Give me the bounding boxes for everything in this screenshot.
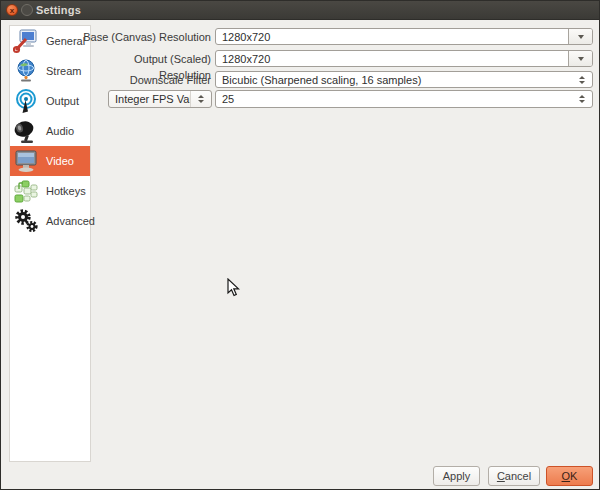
spinner-arrows-icon[interactable] (572, 95, 592, 103)
monitor-icon (13, 148, 39, 174)
combobox-arrows-icon (190, 91, 211, 107)
apply-button[interactable]: Apply (433, 466, 480, 486)
sidebar-item-hotkeys[interactable]: Hotkeys (10, 176, 90, 206)
sidebar-item-advanced[interactable]: Advanced (10, 206, 90, 236)
globe-icon (13, 58, 39, 84)
combobox-arrows-icon (572, 76, 592, 84)
computer-wrench-icon (13, 28, 39, 54)
sidebar-item-label: Hotkeys (46, 185, 86, 197)
fps-value: 25 (216, 93, 572, 105)
chevron-down-icon (578, 57, 584, 61)
chevron-down-icon (578, 35, 584, 39)
mouse-cursor (227, 278, 240, 297)
cancel-button[interactable]: Cancel (488, 466, 540, 486)
fps-type-combobox[interactable]: Integer FPS Value (108, 90, 212, 108)
output-resolution-value: 1280x720 (216, 53, 568, 65)
downscale-filter-combobox[interactable]: Bicubic (Sharpened scaling, 16 samples) (215, 71, 593, 88)
broadcast-icon (13, 88, 39, 114)
window-minimize-button[interactable] (21, 4, 33, 16)
sidebar-item-label: Video (46, 155, 74, 167)
output-resolution-dropdown-button[interactable] (568, 51, 592, 66)
sidebar-item-stream[interactable]: Stream (10, 56, 90, 86)
downscale-filter-value: Bicubic (Sharpened scaling, 16 samples) (216, 74, 572, 86)
sidebar-item-output[interactable]: Output (10, 86, 90, 116)
sidebar-item-video[interactable]: Video (10, 146, 90, 176)
speaker-horn-icon (13, 118, 39, 144)
base-resolution-dropdown-button[interactable] (568, 29, 592, 44)
gears-icon (13, 208, 39, 234)
base-resolution-combobox[interactable]: 1280x720 (215, 28, 593, 45)
settings-window: x Settings General (0, 0, 600, 490)
sidebar-item-label: Stream (46, 65, 81, 77)
output-resolution-combobox[interactable]: 1280x720 (215, 50, 593, 67)
downscale-filter-label: Downscale Filter (81, 72, 211, 88)
fps-value-spinbox[interactable]: 25 (215, 90, 593, 108)
window-title: Settings (36, 1, 81, 20)
base-resolution-label: Base (Canvas) Resolution (81, 29, 211, 45)
settings-sidebar: General Stream Output (9, 25, 91, 462)
fps-type-value: Integer FPS Value (109, 93, 190, 105)
sidebar-item-label: Audio (46, 125, 74, 137)
sidebar-item-label: General (46, 35, 85, 47)
ok-button[interactable]: OK (546, 466, 593, 486)
sidebar-item-label: Output (46, 95, 79, 107)
sidebar-item-label: Advanced (46, 215, 95, 227)
keys-icon (13, 178, 39, 204)
titlebar: x Settings (1, 1, 600, 20)
sidebar-item-audio[interactable]: Audio (10, 116, 90, 146)
sidebar-item-general[interactable]: General (10, 26, 90, 56)
base-resolution-value: 1280x720 (216, 31, 568, 43)
window-close-button[interactable]: x (6, 4, 18, 16)
